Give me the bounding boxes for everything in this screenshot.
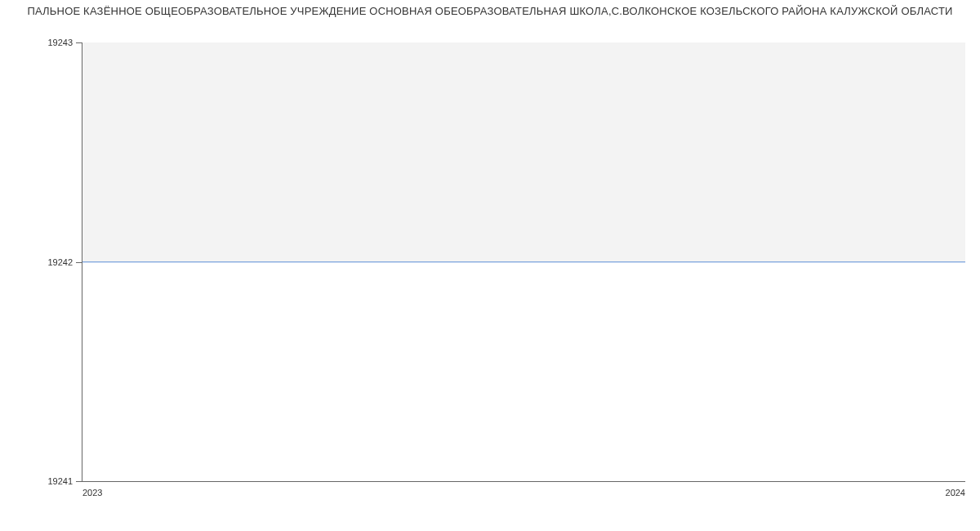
chart-container: 19243 19242 19241 2023 2024 — [0, 23, 980, 506]
chart-title: ПАЛЬНОЕ КАЗЁННОЕ ОБЩЕОБРАЗОВАТЕЛЬНОЕ УЧР… — [0, 0, 980, 17]
plot-area: 19243 19242 19241 2023 2024 — [82, 42, 965, 482]
x-axis-label: 2024 — [946, 488, 965, 498]
y-axis-label: 19241 — [47, 476, 73, 486]
y-tick — [76, 42, 82, 43]
data-line — [82, 261, 965, 262]
y-axis-label: 19242 — [47, 257, 73, 267]
y-tick — [76, 262, 82, 263]
x-axis-label: 2023 — [82, 488, 102, 498]
y-tick — [76, 481, 82, 482]
y-axis-label: 19243 — [47, 38, 73, 47]
grid-band — [82, 42, 965, 262]
